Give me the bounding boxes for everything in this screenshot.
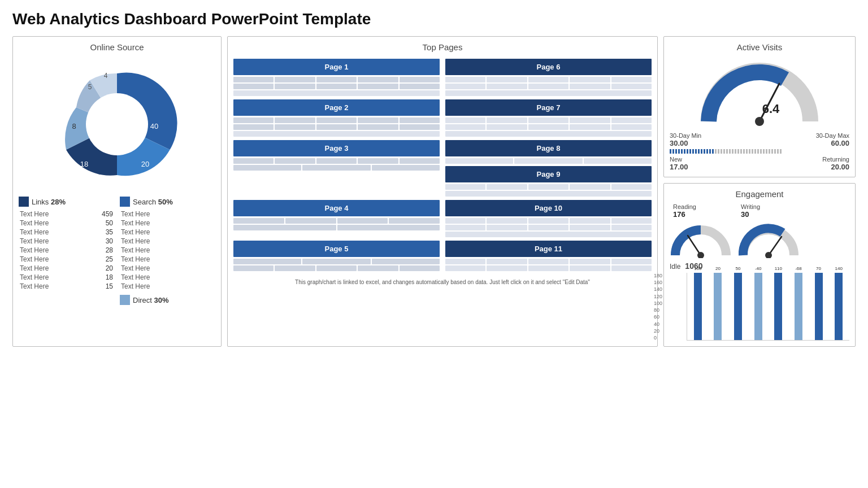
right-column: Active Visits 6.4 30-Day Min xyxy=(663,36,856,347)
writing-val: 30 xyxy=(741,210,749,219)
page-block-10: Page 10 xyxy=(445,200,652,237)
bar-4 xyxy=(754,273,762,340)
new-label: New xyxy=(670,156,682,163)
table-row: Text Here xyxy=(121,282,214,290)
bar-y-labels: 180160140120100806040200 xyxy=(654,273,662,341)
table-row: Text Here xyxy=(121,255,214,263)
active-visits-title: Active Visits xyxy=(670,42,849,52)
table-row: Text Here xyxy=(121,219,214,227)
table-row: Text Here xyxy=(121,246,214,254)
new-val: 17.00 xyxy=(670,163,688,171)
bar-1 xyxy=(694,273,702,340)
legend-col-search: Search 50% Text Here Text Here Text Here… xyxy=(120,197,215,307)
bar-chart-inner: 100 20 50 -40 xyxy=(687,273,849,340)
page-6-btn: Page 6 xyxy=(445,59,652,75)
bar-label-3: 50 xyxy=(728,266,748,271)
page-5-btn: Page 5 xyxy=(233,241,440,257)
direct-label: Direct 30% xyxy=(133,296,169,304)
page-block-2: Page 2 xyxy=(233,99,440,137)
bar-wrapper-7: 70 xyxy=(809,273,828,340)
bar-label-8: 140 xyxy=(829,266,848,271)
writing-label: Writing xyxy=(741,203,760,210)
table-row: Text Here xyxy=(121,273,214,281)
bar-7 xyxy=(815,273,823,340)
active-visits-panel: Active Visits 6.4 30-Day Min xyxy=(663,36,856,177)
reading-gauge-col: Reading 176 xyxy=(670,203,732,258)
page-8-btn: Page 8 xyxy=(445,140,652,156)
table-row: Text Here 18 xyxy=(20,273,113,281)
page-title: Web Analytics Dashboard PowerPoint Templ… xyxy=(12,10,856,28)
page-11-btn: Page 11 xyxy=(445,241,652,257)
svg-point-9 xyxy=(755,117,764,126)
legend-section: Links 28% Text Here 459 Text Here 50 Tex… xyxy=(19,197,215,307)
page-block-1: Page 1 xyxy=(233,59,440,96)
svg-text:20: 20 xyxy=(141,160,149,168)
svg-text:8: 8 xyxy=(72,122,76,130)
min-label: 30-Day Min xyxy=(670,132,701,139)
page-block-3: Page 3 xyxy=(233,140,440,197)
donut-chart: 40 20 18 8 5 4 xyxy=(19,56,215,192)
dashboard: Online Source xyxy=(12,36,856,347)
search-label: Search 50% xyxy=(133,198,173,206)
bar-5 xyxy=(774,273,782,340)
bar-wrapper-2: 20 xyxy=(709,273,728,340)
page-4-btn: Page 4 xyxy=(233,200,440,216)
page-block-4: Page 4 xyxy=(233,200,440,237)
bar-label-5: 110 xyxy=(769,266,788,271)
page-10-btn: Page 10 xyxy=(445,200,652,216)
min-val: 30.00 xyxy=(670,139,701,147)
table-row: Text Here 28 xyxy=(20,246,113,254)
table-row: Text Here 15 xyxy=(20,282,113,290)
bar-6 xyxy=(795,273,802,340)
table-row: Text Here xyxy=(121,228,214,236)
page-note: This graph/chart is linked to excel, and… xyxy=(233,278,652,286)
page-block-11: Page 11 xyxy=(445,241,652,271)
page-block-5: Page 5 xyxy=(233,241,440,271)
bar-wrapper-8: 140 xyxy=(829,273,848,340)
bar-chart-container: 180160140120100806040200 100 20 xyxy=(670,273,849,341)
max-label: 30-Day Max xyxy=(816,132,849,139)
gauge-minmax-row: 30-Day Min 30.00 30-Day Max 60.00 xyxy=(670,132,849,147)
links-color-box xyxy=(19,197,29,207)
reading-val: 176 xyxy=(673,210,685,219)
table-row: Text Here 50 xyxy=(20,219,113,227)
bar-wrapper-6: -68 xyxy=(789,273,808,340)
bar-wrapper-4: -40 xyxy=(749,273,768,340)
svg-line-13 xyxy=(769,237,782,255)
svg-text:6.4: 6.4 xyxy=(762,102,780,116)
svg-text:18: 18 xyxy=(80,160,88,168)
svg-text:5: 5 xyxy=(88,83,92,91)
bar-wrapper-5: 110 xyxy=(769,273,788,340)
gauge-tick-bar xyxy=(670,149,849,154)
top-pages-panel: Top Pages Page 1 Page 6 xyxy=(227,36,658,347)
search-color-box xyxy=(120,197,130,207)
page-2-btn: Page 2 xyxy=(233,99,440,116)
svg-text:4: 4 xyxy=(104,72,108,80)
online-source-title: Online Source xyxy=(19,42,215,52)
writing-gauge-col: Writing 30 xyxy=(737,203,800,258)
bar-label-4: -40 xyxy=(749,266,768,271)
links-table: Text Here 459 Text Here 50 Text Here 35 … xyxy=(19,209,114,291)
svg-line-11 xyxy=(688,236,701,255)
page-block-6: Page 6 xyxy=(445,59,652,96)
page-1-btn: Page 1 xyxy=(233,59,440,75)
page-block-8-9: Page 8 Page 9 xyxy=(445,140,652,197)
bar-label-1: 100 xyxy=(688,266,708,271)
bar-label-2: 20 xyxy=(709,266,728,271)
engagement-panel: Engagement Reading 176 Writing 30 xyxy=(663,183,856,347)
bar-chart: 100 20 50 -40 xyxy=(687,273,849,341)
legend-col-links: Links 28% Text Here 459 Text Here 50 Tex… xyxy=(19,197,114,307)
returning-label: Returning xyxy=(822,156,849,163)
top-pages-title: Top Pages xyxy=(233,42,652,52)
online-source-panel: Online Source xyxy=(12,36,222,347)
bar-3 xyxy=(734,273,742,340)
idle-label: Idle xyxy=(670,263,680,271)
bar-label-6: -68 xyxy=(789,266,808,271)
svg-text:40: 40 xyxy=(150,122,158,130)
reading-label: Reading xyxy=(673,203,696,210)
bar-label-7: 70 xyxy=(809,266,828,271)
links-label: Links 28% xyxy=(32,198,66,206)
table-row: Text Here xyxy=(121,237,214,245)
direct-color-box xyxy=(120,295,130,305)
svg-point-1 xyxy=(86,93,148,155)
